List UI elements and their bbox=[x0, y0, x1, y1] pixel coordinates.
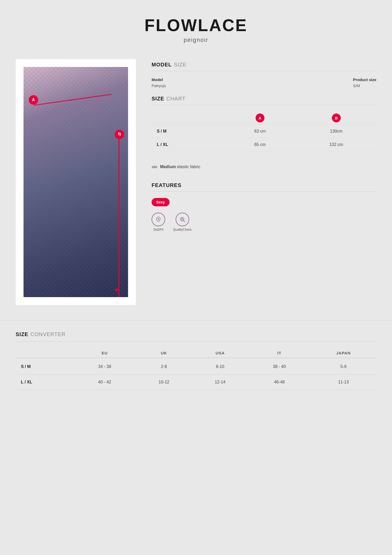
features-label: FEATURES bbox=[152, 182, 181, 188]
size-chart-row: L / XL 65 cm 132 cm bbox=[152, 138, 376, 151]
svg-point-4 bbox=[181, 218, 183, 220]
size-chart-cell-size: L / XL bbox=[152, 138, 224, 151]
measurement-b-arrow bbox=[115, 289, 119, 292]
feature-tag-sexy: Sexy bbox=[152, 198, 170, 206]
size-chart-table: A B S / M 63 cm 130cm L / XL 65 cm 132 c… bbox=[152, 111, 376, 151]
elasticity-section: «·» Medium elastic fabric bbox=[152, 161, 376, 173]
converter-th: USA bbox=[192, 348, 248, 358]
brand-subtitle: peignoir bbox=[0, 37, 392, 43]
feature-tags: Sexy bbox=[152, 198, 376, 206]
brand-title: FLOWLACE bbox=[0, 16, 392, 35]
converter-cell-japan: 5-9 bbox=[310, 358, 376, 375]
measurement-b-badge: B bbox=[115, 130, 124, 139]
converter-divider bbox=[16, 342, 376, 342]
badge-b: B bbox=[332, 114, 341, 122]
size-chart-label-bold: SIZE bbox=[152, 96, 164, 102]
converter-body: S / M 34 - 38 2-8 6-10 38 - 40 5-9 L / X… bbox=[16, 358, 376, 390]
converter-th bbox=[16, 348, 73, 358]
model-size-title: MODEL SIZE bbox=[152, 62, 376, 68]
features-title: FEATURES bbox=[152, 182, 376, 188]
converter-cell-usa: 6-10 bbox=[192, 358, 248, 375]
converter-cell-size: S / M bbox=[16, 358, 73, 375]
feature-icon-did2fit: Did2Fit bbox=[152, 213, 165, 231]
model-size-col-product: Product size S/M bbox=[353, 77, 376, 88]
size-chart-header-row: A B bbox=[152, 111, 376, 125]
converter-th: EU bbox=[73, 348, 136, 358]
feature-icons-row: Did2Fit QualityCheck bbox=[152, 213, 376, 231]
converter-cell-uk: 10-12 bbox=[136, 375, 192, 390]
measurement-b-line bbox=[118, 134, 119, 297]
did2fit-icon bbox=[152, 213, 165, 226]
converter-cell-eu: 40 - 42 bbox=[73, 375, 136, 390]
size-chart-cell-b: 132 cm bbox=[296, 138, 376, 151]
converter-cell-size: L / XL bbox=[16, 375, 73, 390]
model-col-value: Patrycja bbox=[152, 83, 166, 88]
did2fit-label: Did2Fit bbox=[153, 228, 163, 231]
qualitycheck-label: QualityCheck bbox=[173, 228, 192, 231]
converter-cell-japan: 11-13 bbox=[310, 375, 376, 390]
lace-overlay bbox=[24, 67, 128, 297]
size-chart-th-size bbox=[152, 111, 224, 125]
model-size-label-bold: MODEL bbox=[152, 62, 172, 68]
converter-row: L / XL 40 - 42 10-12 12-14 46-48 11-13 bbox=[16, 375, 376, 390]
converter-header-row: EUUKUSAITJAPAN bbox=[16, 348, 376, 358]
qualitycheck-icon bbox=[176, 213, 189, 226]
size-chart-cell-size: S / M bbox=[152, 125, 224, 138]
converter-table: EUUKUSAITJAPAN S / M 34 - 38 2-8 6-10 38… bbox=[16, 348, 376, 390]
svg-line-3 bbox=[183, 220, 185, 222]
size-chart-label-light: CHART bbox=[166, 96, 186, 102]
converter-cell-eu: 34 - 38 bbox=[73, 358, 136, 375]
converter-thead: EUUKUSAITJAPAN bbox=[16, 348, 376, 358]
size-converter-section: SIZE CONVERTER EUUKUSAITJAPAN S / M 34 -… bbox=[0, 321, 392, 400]
model-size-label-light: SIZE bbox=[174, 62, 186, 68]
size-chart-divider bbox=[152, 105, 376, 105]
measurement-a-badge: A bbox=[29, 95, 38, 105]
converter-cell-it: 46-48 bbox=[248, 375, 311, 390]
page-wrapper: FLOWLACE peignoir A B MODEL SIZE bbox=[0, 0, 392, 400]
elasticity-bold: Medium bbox=[160, 165, 176, 169]
converter-title: SIZE CONVERTER bbox=[16, 331, 376, 337]
product-size-label: Product size bbox=[353, 77, 376, 82]
converter-row: S / M 34 - 38 2-8 6-10 38 - 40 5-9 bbox=[16, 358, 376, 375]
converter-th: JAPAN bbox=[310, 348, 376, 358]
elasticity-icon: «·» bbox=[152, 163, 157, 170]
badge-a: A bbox=[256, 114, 264, 122]
model-size-table: Model Patrycja Product size S/M bbox=[152, 77, 376, 88]
converter-cell-usa: 12-14 bbox=[192, 375, 248, 390]
info-panel: MODEL SIZE Model Patrycja Product size S… bbox=[152, 59, 376, 239]
feature-icon-qualitycheck: QualityCheck bbox=[173, 213, 192, 231]
product-image-panel: A B bbox=[16, 59, 136, 305]
size-chart-cell-a: 63 cm bbox=[224, 125, 296, 138]
header: FLOWLACE peignoir bbox=[0, 0, 392, 54]
product-image: A B bbox=[24, 67, 128, 297]
size-chart-section: SIZE CHART A B bbox=[152, 96, 376, 151]
converter-th: IT bbox=[248, 348, 311, 358]
converter-th: UK bbox=[136, 348, 192, 358]
size-chart-cell-a: 65 cm bbox=[224, 138, 296, 151]
product-size-value: S/M bbox=[353, 83, 376, 88]
size-chart-th-b: B bbox=[296, 111, 376, 125]
converter-cell-it: 38 - 40 bbox=[248, 358, 311, 375]
size-chart-title: SIZE CHART bbox=[152, 96, 376, 102]
converter-title-light: CONVERTER bbox=[30, 331, 65, 337]
size-chart-cell-b: 130cm bbox=[296, 125, 376, 138]
model-size-col-model: Model Patrycja bbox=[152, 77, 166, 88]
main-content: A B MODEL SIZE Model Patrycja bbox=[0, 54, 392, 315]
model-col-label: Model bbox=[152, 77, 166, 82]
converter-cell-uk: 2-8 bbox=[136, 358, 192, 375]
size-chart-body: S / M 63 cm 130cm L / XL 65 cm 132 cm bbox=[152, 125, 376, 151]
model-size-divider bbox=[152, 71, 376, 71]
elasticity-text: Medium elastic fabric bbox=[160, 165, 200, 169]
features-divider bbox=[152, 191, 376, 192]
features-section: FEATURES Sexy bbox=[152, 182, 376, 231]
converter-title-bold: SIZE bbox=[16, 331, 28, 337]
size-chart-row: S / M 63 cm 130cm bbox=[152, 125, 376, 138]
elasticity-rest: elastic fabric bbox=[176, 165, 200, 169]
size-chart-th-a: A bbox=[224, 111, 296, 125]
